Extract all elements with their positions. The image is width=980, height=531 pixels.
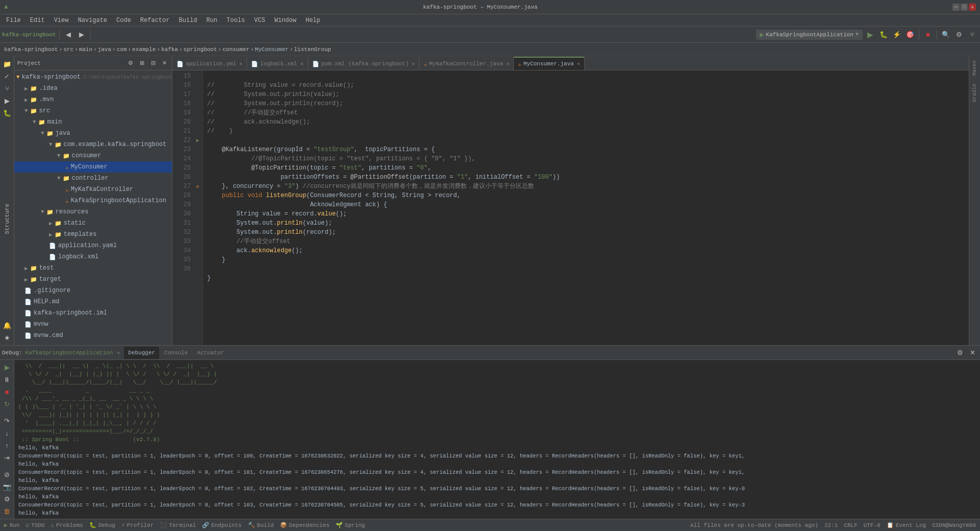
tree-iml[interactable]: 📄 kafka-springboot.iml	[14, 307, 172, 319]
breadcrumb-java[interactable]: java	[98, 46, 111, 53]
code-content[interactable]: // String value = record.value(); // Sys…	[203, 70, 969, 345]
tree-static[interactable]: ▶ 📁 static	[14, 218, 172, 229]
close-button[interactable]: ✕	[969, 4, 976, 11]
debug-stop-btn[interactable]: ■	[2, 387, 13, 398]
tree-java[interactable]: ▼ 📁 java	[14, 128, 172, 139]
debug-close-tab[interactable]: ✕	[117, 350, 120, 356]
tab-close-mykafkacontroller[interactable]: ✕	[506, 61, 509, 67]
menu-help[interactable]: Help	[301, 16, 324, 25]
debug-icon-btn[interactable]: 🐛	[2, 107, 13, 118]
menu-edit[interactable]: Edit	[26, 16, 49, 25]
breadcrumb-com[interactable]: com	[117, 46, 127, 53]
breadcrumb-kafka[interactable]: kafka	[161, 46, 178, 53]
profile-button[interactable]: ⚡	[891, 29, 902, 40]
run-button[interactable]: ▶	[865, 29, 876, 40]
tree-main[interactable]: ▼ 📁 main	[14, 116, 172, 128]
menu-navigate[interactable]: Navigate	[73, 16, 111, 25]
debug-run-cursor-btn[interactable]: ⇥	[2, 452, 13, 463]
tab-myconsumer[interactable]: ☕ MyConsumer.java ✕	[514, 57, 585, 70]
run-icon-btn[interactable]: ▶	[2, 95, 13, 106]
breadcrumb-listengroup[interactable]: listenGroup	[294, 46, 331, 53]
git-icon-btn[interactable]: ⑂	[2, 83, 13, 94]
tree-application-yaml[interactable]: 📄 application.yaml	[14, 240, 172, 251]
tree-mykafkacontroller[interactable]: ☕ MyKafkaController	[14, 184, 172, 195]
stop-button[interactable]: ■	[922, 29, 934, 40]
tree-target[interactable]: ▶ 📁 target	[14, 274, 172, 285]
menu-file[interactable]: File	[2, 16, 25, 25]
maven-tab[interactable]: Maven	[970, 56, 979, 80]
sidebar-expand-btn[interactable]: ⊞	[137, 59, 146, 68]
debug-panel-close-btn[interactable]: ✕	[967, 347, 978, 358]
tree-src[interactable]: ▼ 📁 src	[14, 105, 172, 116]
debug-status-btn[interactable]: 🐛 Debug	[89, 522, 115, 528]
tab-close-logback-xml[interactable]: ✕	[300, 61, 304, 67]
tree-kafkaspringbootapp[interactable]: ☕ KafkaSpringbootApplication	[14, 195, 172, 206]
menu-build[interactable]: Build	[174, 16, 201, 25]
tree-root[interactable]: ▼ kafka-springboot C:\Workspace\kafka-sp…	[14, 71, 172, 83]
settings-button[interactable]: ⚙	[953, 29, 965, 40]
debug-resume-btn[interactable]: ▶	[2, 362, 13, 373]
debug-camera-btn[interactable]: 📷	[2, 481, 13, 493]
tree-mvn[interactable]: ▶ 📁 .mvn	[14, 94, 172, 105]
git-button[interactable]: ⑂	[967, 29, 978, 40]
debug-settings-btn[interactable]: ⚙	[954, 347, 966, 358]
search-everywhere-button[interactable]: 🔍	[940, 29, 951, 40]
menu-code[interactable]: Code	[112, 16, 135, 25]
breadcrumb-example[interactable]: example	[132, 46, 156, 53]
notifications-btn[interactable]: 🔔	[2, 320, 13, 331]
tree-logback-xml[interactable]: 📄 logback.xml	[14, 251, 172, 262]
crlf-indicator[interactable]: CRLF	[844, 522, 857, 528]
breadcrumb-myconsumer[interactable]: MyConsumer	[255, 46, 289, 53]
run-config-dropdown[interactable]: ▶ KafkaSpringbootApplication ▼	[756, 30, 863, 40]
console-output[interactable]: \\ / ___|| __ \| _ \|_ _| \ \ / \\ / ___…	[14, 360, 980, 519]
menu-run[interactable]: Run	[202, 16, 221, 25]
tree-helpmd[interactable]: 📄 HELP.md	[14, 296, 172, 307]
debug-step-out-btn[interactable]: ↑	[2, 440, 13, 451]
project-icon-btn[interactable]: 📁	[2, 58, 13, 69]
sidebar-settings-btn[interactable]: ⚙	[126, 59, 135, 68]
debug-tab-actuator[interactable]: Actuator	[193, 347, 228, 359]
tab-close-myconsumer[interactable]: ✕	[577, 61, 580, 67]
build-status-btn[interactable]: 🔨 Build	[248, 522, 274, 528]
debug-tab-debugger[interactable]: Debugger	[124, 347, 159, 359]
debug-mute-btn[interactable]: ⊘	[2, 469, 13, 480]
terminal-status-btn[interactable]: ⬛ Terminal	[160, 522, 196, 528]
debug-button[interactable]: 🐛	[878, 29, 889, 40]
commit-icon-btn[interactable]: ✓	[2, 70, 13, 82]
tree-gitignore[interactable]: 📄 .gitignore	[14, 285, 172, 296]
coverage-button[interactable]: 🎯	[904, 29, 916, 40]
debug-step-over-btn[interactable]: ↷	[2, 416, 13, 427]
favorites-btn[interactable]: ★	[2, 332, 13, 343]
menu-refactor[interactable]: Refactor	[136, 16, 174, 25]
tree-package[interactable]: ▼ 📁 com.example.kafka.springboot	[14, 139, 172, 150]
tree-controller[interactable]: ▼ 📁 controller	[14, 173, 172, 184]
tree-mvnwcmd[interactable]: 📄 mvnw.cmd	[14, 330, 172, 341]
tab-pom-xml[interactable]: 📄 pom.xml (kafka-springboot) ✕	[308, 57, 420, 70]
event-log-btn[interactable]: 📋 Event Log	[887, 522, 926, 528]
sidebar-collapse-btn[interactable]: ⊟	[148, 59, 158, 68]
tree-idea[interactable]: ▶ 📁 .idea	[14, 83, 172, 94]
tree-test[interactable]: ▶ 📁 test	[14, 262, 172, 274]
maximize-button[interactable]: □	[961, 4, 968, 11]
debug-tab-console[interactable]: Console	[160, 347, 192, 359]
gradle-tab[interactable]: Gradle	[970, 80, 979, 106]
code-editor[interactable]: 15 16 17 18 19 20 21 22 23 24 25 26 27 2…	[172, 70, 969, 345]
debug-trash-btn[interactable]: 🗑	[2, 505, 13, 517]
debug-pause-btn[interactable]: ⏸	[2, 374, 13, 385]
todo-status-btn[interactable]: ☑ TODO	[26, 522, 44, 528]
position-indicator[interactable]: 22:1	[824, 522, 838, 528]
tree-mvnw[interactable]: 📄 mvnw	[14, 319, 172, 330]
spring-status-btn[interactable]: 🌱 Spring	[336, 522, 365, 528]
breadcrumb-project[interactable]: kafka-springboot	[4, 46, 58, 53]
menu-view[interactable]: View	[50, 16, 73, 25]
breadcrumb-main[interactable]: main	[79, 46, 92, 53]
minimize-button[interactable]: —	[952, 4, 960, 11]
debug-settings2-btn[interactable]: ⚙	[2, 494, 13, 505]
tree-resources[interactable]: ▼ 📁 resources	[14, 206, 172, 218]
breadcrumb-springboot[interactable]: springboot	[184, 46, 217, 53]
tab-close-application-yml[interactable]: ✕	[239, 61, 242, 67]
endpoints-status-btn[interactable]: 🔗 Endpoints	[202, 522, 241, 528]
tree-myconsumer[interactable]: ☕ MyConsumer	[14, 161, 172, 173]
tab-logback-xml[interactable]: 📄 logback.xml ✕	[247, 57, 308, 70]
dependencies-status-btn[interactable]: 📦 Dependencies	[280, 522, 330, 528]
